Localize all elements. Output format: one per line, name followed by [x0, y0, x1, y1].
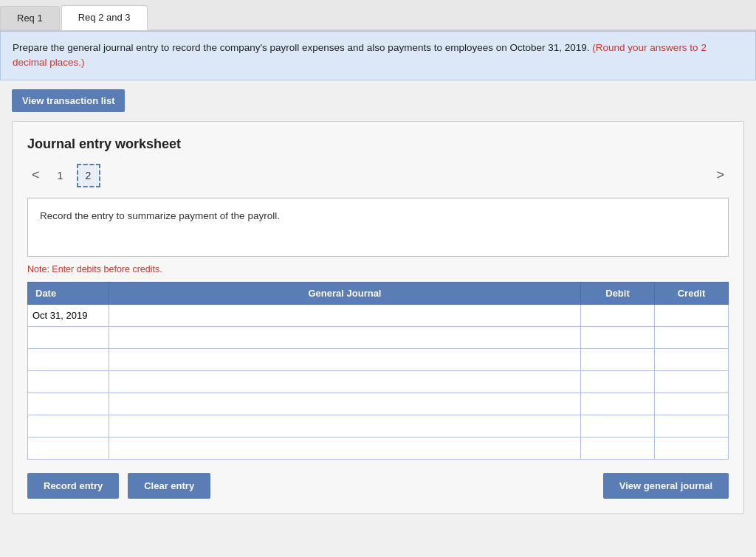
col-header-credit: Credit — [655, 282, 729, 304]
journal-input-row-5[interactable] — [109, 415, 580, 437]
tab-req1[interactable]: Req 1 — [0, 6, 60, 30]
tabs-bar: Req 1 Req 2 and 3 — [0, 0, 756, 31]
journal-input-row-3[interactable] — [109, 371, 580, 392]
debit-input-row-6[interactable] — [581, 437, 654, 459]
table-row — [28, 326, 729, 348]
table-row — [28, 348, 729, 370]
journal-table: Date General Journal Debit Credit — [27, 282, 729, 460]
col-header-date: Date — [28, 282, 109, 304]
col-header-debit: Debit — [581, 282, 655, 304]
date-input-row-2[interactable] — [28, 349, 109, 370]
nav-prev-arrow[interactable]: < — [27, 166, 44, 184]
date-input-row-6[interactable] — [28, 437, 109, 459]
table-row — [28, 370, 729, 392]
debit-input-row-1[interactable] — [581, 327, 654, 348]
debit-input-row-3[interactable] — [581, 371, 654, 392]
entry-num-1[interactable]: 1 — [49, 164, 72, 187]
view-transaction-button[interactable]: View transaction list — [12, 89, 125, 112]
note-text: Note: Enter debits before credits. — [27, 264, 729, 274]
worksheet-title: Journal entry worksheet — [27, 136, 729, 152]
description-text: Record the entry to summarize payment of… — [40, 210, 280, 221]
record-entry-button[interactable]: Record entry — [27, 473, 119, 499]
journal-input-row-0[interactable] — [109, 305, 580, 326]
entry-navigation: < 1 2 > — [27, 164, 729, 187]
credit-input-row-3[interactable] — [655, 371, 728, 392]
date-input-row-3[interactable] — [28, 371, 109, 392]
debit-input-row-4[interactable] — [581, 393, 654, 415]
journal-input-row-4[interactable] — [109, 393, 580, 415]
table-row — [28, 304, 729, 326]
date-input-row-1[interactable] — [28, 327, 109, 348]
table-row — [28, 415, 729, 437]
entry-num-2[interactable]: 2 — [77, 164, 100, 187]
debit-input-row-2[interactable] — [581, 349, 654, 370]
credit-input-row-6[interactable] — [655, 437, 728, 459]
tab-req2and3[interactable]: Req 2 and 3 — [61, 5, 148, 30]
credit-input-row-0[interactable] — [655, 305, 728, 326]
debit-input-row-0[interactable] — [581, 305, 654, 326]
credit-input-row-1[interactable] — [655, 327, 728, 348]
date-input-row-5[interactable] — [28, 415, 109, 437]
table-row — [28, 392, 729, 415]
journal-input-row-1[interactable] — [109, 327, 580, 348]
date-input-row-4[interactable] — [28, 393, 109, 415]
col-header-journal: General Journal — [109, 282, 581, 304]
credit-input-row-4[interactable] — [655, 393, 728, 415]
debit-input-row-5[interactable] — [581, 415, 654, 437]
worksheet-card: Journal entry worksheet < 1 2 > Record t… — [12, 121, 744, 514]
action-buttons: Record entry Clear entry View general jo… — [27, 473, 729, 499]
journal-input-row-6[interactable] — [109, 437, 580, 459]
instruction-main: Prepare the general journal entry to rec… — [13, 42, 590, 53]
description-box: Record the entry to summarize payment of… — [27, 198, 729, 257]
credit-input-row-5[interactable] — [655, 415, 728, 437]
view-general-journal-button[interactable]: View general journal — [603, 473, 729, 499]
credit-input-row-2[interactable] — [655, 349, 728, 370]
clear-entry-button[interactable]: Clear entry — [128, 473, 210, 499]
nav-next-arrow[interactable]: > — [712, 166, 729, 184]
instruction-banner: Prepare the general journal entry to rec… — [0, 31, 756, 80]
table-row — [28, 437, 729, 459]
date-input-row-0[interactable] — [28, 305, 109, 326]
journal-input-row-2[interactable] — [109, 349, 580, 370]
